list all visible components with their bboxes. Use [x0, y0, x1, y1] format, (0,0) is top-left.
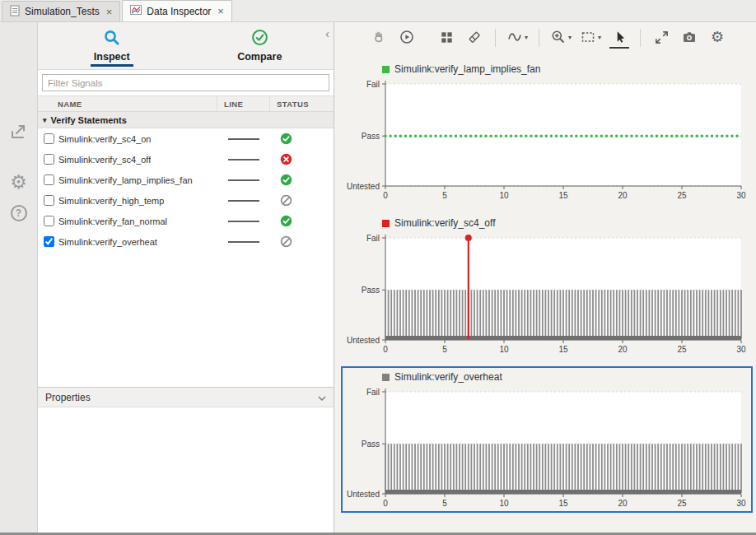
collapse-panel-button[interactable]: ‹ [325, 27, 329, 40]
signal-row[interactable]: Simulink:verify_sc4_off [38, 149, 334, 170]
signal-row[interactable]: Simulink:verify_fan_normal [38, 211, 334, 231]
svg-text:Fail: Fail [366, 234, 380, 243]
left-icon-strip: ⚙ ? [0, 22, 38, 533]
clear-plots-button[interactable] [464, 27, 484, 49]
hand-icon [371, 29, 387, 45]
group-row-verify-statements[interactable]: ▾ Verify Statements [38, 112, 334, 128]
chart-plot[interactable]: FailPassUntested051015202530 [344, 385, 748, 510]
chevron-down-icon [318, 392, 326, 403]
signal-style-icon [506, 29, 523, 45]
signal-line-cell [217, 179, 270, 181]
legend-swatch [382, 220, 390, 227]
signal-line-cell [217, 138, 270, 140]
filter-signals-input[interactable] [42, 74, 329, 91]
line-style-sample [228, 138, 259, 140]
fullscreen-button[interactable] [651, 27, 671, 49]
signal-checkbox[interactable] [44, 195, 54, 206]
layout-button[interactable] [436, 27, 456, 49]
svg-text:Untested: Untested [347, 336, 380, 345]
compare-check-icon [251, 29, 268, 49]
tab-simulation-tests[interactable]: Simulation_Tests × [2, 1, 120, 21]
toolbar-separator [539, 29, 539, 47]
svg-text:25: 25 [677, 345, 687, 354]
column-header-name[interactable]: NAME [38, 96, 217, 111]
signal-line-cell [217, 241, 270, 243]
untested-status-icon [270, 235, 334, 248]
signal-name: Simulink:verify_sc4_on [54, 134, 152, 144]
data-inspector-window: Simulation_Tests × Data Inspector × ⚙ ? [0, 0, 756, 535]
line-style-sample [228, 241, 259, 243]
svg-text:30: 30 [736, 191, 746, 200]
tab-compare[interactable]: Compare [186, 22, 334, 69]
signal-checkbox[interactable] [44, 154, 54, 165]
signal-line-cell [217, 221, 270, 222]
snapshot-button[interactable] [679, 27, 699, 49]
zoom-button[interactable]: ▾ [550, 27, 572, 49]
svg-text:30: 30 [736, 499, 746, 508]
window-tab-bar: Simulation_Tests × Data Inspector × [0, 0, 756, 22]
help-button[interactable]: ? [6, 200, 32, 226]
plot-settings-button[interactable]: ⚙ [707, 27, 727, 49]
line-style-sample [228, 221, 259, 222]
chart-verify-overheat[interactable]: Simulink:verify_overheat FailPassUnteste… [341, 366, 753, 513]
toolbar-separator [640, 29, 641, 47]
close-icon[interactable]: × [106, 7, 113, 17]
signal-checkbox[interactable] [44, 133, 54, 144]
eraser-icon [466, 29, 483, 45]
signal-checkbox[interactable] [44, 236, 54, 247]
signal-name: Simulink:verify_high_temp [54, 196, 164, 206]
signal-checkbox[interactable] [44, 174, 54, 185]
signal-row[interactable]: Simulink:verify_sc4_on [38, 128, 334, 149]
properties-body-collapsed [38, 407, 334, 533]
checkbox-cell: Simulink:verify_lamp_implies_fan [38, 174, 217, 185]
toolbar-separator [495, 29, 496, 47]
chart-plot[interactable]: FailPassUntested051015202530 [344, 231, 748, 356]
document-icon [10, 5, 20, 19]
signal-style-button[interactable]: ▾ [506, 27, 528, 49]
chart-title: Simulink:verify_overheat [394, 371, 502, 383]
properties-bar[interactable]: Properties [38, 387, 334, 407]
chart-verify-sc4-off[interactable]: Simulink:verify_sc4_off FailPassUntested… [341, 212, 753, 359]
tab-inspect-label: Inspect [91, 51, 133, 67]
signal-checkbox[interactable] [44, 216, 54, 226]
fit-to-view-button[interactable]: ▾ [580, 27, 601, 49]
group-label: Verify Statements [51, 115, 127, 125]
svg-text:Pass: Pass [362, 132, 380, 141]
signal-plot-icon [130, 5, 142, 17]
expand-icon [654, 30, 670, 45]
signal-line-cell [217, 200, 270, 202]
settings-button[interactable]: ⚙ [6, 169, 32, 195]
chart-verify-lamp-implies-fan[interactable]: Simulink:verify_lamp_implies_fan FailPas… [341, 58, 753, 205]
legend-swatch [382, 66, 390, 73]
svg-text:5: 5 [442, 345, 447, 354]
tab-inspect[interactable]: Inspect [38, 22, 186, 69]
chart-stack: Simulink:verify_lamp_implies_fan FailPas… [334, 54, 756, 533]
line-style-sample [228, 179, 259, 181]
pan-button[interactable] [369, 27, 389, 49]
tab-label: Data Inspector [147, 6, 211, 17]
untested-status-icon [270, 194, 334, 207]
chart-plot[interactable]: FailPassUntested051015202530 [344, 77, 748, 202]
checkbox-cell: Simulink:verify_overheat [38, 236, 217, 247]
column-header-line[interactable]: LINE [217, 96, 270, 111]
close-icon[interactable]: × [217, 6, 224, 16]
signals-panel: ‹ Inspect Compare N [38, 22, 334, 533]
export-button[interactable] [6, 119, 32, 146]
svg-text:10: 10 [499, 345, 509, 354]
checkbox-cell: Simulink:verify_sc4_off [38, 154, 217, 165]
signal-row[interactable]: Simulink:verify_high_temp [38, 190, 334, 211]
signal-row[interactable]: Simulink:verify_overheat [38, 231, 334, 252]
tab-data-inspector[interactable]: Data Inspector × [122, 0, 232, 21]
chart-title-row: Simulink:verify_overheat [382, 369, 749, 385]
line-style-sample [228, 159, 259, 160]
search-icon [103, 29, 120, 49]
signal-name: Simulink:verify_overheat [54, 237, 157, 247]
select-cursor-button[interactable] [609, 27, 629, 49]
signal-row[interactable]: Simulink:verify_lamp_implies_fan [38, 170, 334, 190]
svg-text:10: 10 [499, 499, 509, 508]
replay-button[interactable] [397, 27, 417, 49]
column-header-status[interactable]: STATUS [270, 96, 334, 111]
svg-text:Untested: Untested [347, 490, 380, 499]
signal-rows: Simulink:verify_sc4_on Simulink:verify_s… [38, 128, 334, 252]
replay-icon [399, 29, 415, 45]
